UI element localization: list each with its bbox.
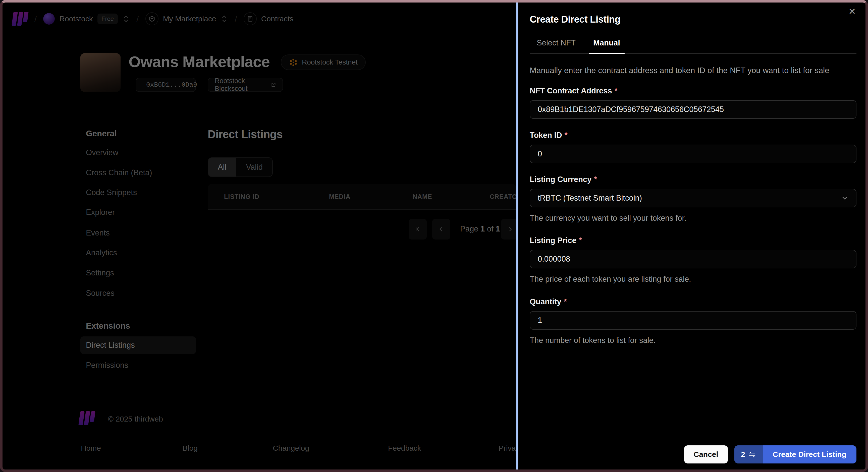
required-asterisk: *: [565, 131, 568, 139]
listing-currency-label: Listing Currency: [530, 175, 591, 184]
listing-currency-select[interactable]: tRBTC (Testnet Smart Bitcoin): [530, 189, 857, 208]
cancel-button[interactable]: Cancel: [684, 445, 728, 464]
transaction-count-button[interactable]: 2: [734, 445, 763, 464]
drawer-footer: Cancel 2 Create Direct Listing: [684, 445, 857, 464]
field-quantity: Quantity*: [530, 297, 857, 330]
tab-manual[interactable]: Manual: [586, 33, 627, 53]
nft-contract-address-label: NFT Contract Address: [530, 86, 612, 95]
chevron-down-icon: [841, 194, 848, 202]
listing-price-label: Listing Price: [530, 236, 577, 245]
close-icon[interactable]: ✕: [848, 7, 856, 16]
drawer-description: Manually enter the contract address and …: [530, 66, 829, 75]
transaction-count: 2: [741, 450, 745, 459]
nft-contract-address-input[interactable]: [530, 100, 857, 119]
required-asterisk: *: [594, 175, 597, 184]
submit-button-group: 2 Create Direct Listing: [734, 445, 857, 464]
token-id-input[interactable]: [530, 145, 857, 163]
quantity-input[interactable]: [530, 311, 857, 329]
field-nft-contract-address: NFT Contract Address*: [530, 86, 857, 119]
app-window: / Rootstock Free / My Marketplace /: [0, 0, 868, 472]
create-direct-listing-drawer: ✕ Create Direct Listing Select NFT Manua…: [516, 2, 866, 470]
quantity-helper: The number of tokens to list for sale.: [530, 336, 655, 345]
swap-arrows-icon: [748, 450, 756, 459]
listing-currency-value: tRBTC (Testnet Smart Bitcoin): [538, 194, 642, 202]
field-token-id: Token ID*: [530, 131, 857, 163]
drawer-title: Create Direct Listing: [530, 14, 620, 25]
listing-price-helper: The price of each token you are listing …: [530, 275, 691, 284]
required-asterisk: *: [579, 236, 582, 245]
drawer-tabs: Select NFT Manual: [530, 33, 857, 54]
create-direct-listing-button[interactable]: Create Direct Listing: [763, 445, 857, 464]
field-listing-currency: Listing Currency* tRBTC (Testnet Smart B…: [530, 175, 857, 208]
field-listing-price: Listing Price*: [530, 236, 857, 269]
listing-currency-helper: The currency you want to sell your token…: [530, 214, 686, 223]
required-asterisk: *: [615, 86, 618, 95]
required-asterisk: *: [564, 297, 567, 306]
tab-select-nft[interactable]: Select NFT: [530, 33, 583, 53]
quantity-label: Quantity: [530, 297, 561, 306]
listing-price-input[interactable]: [530, 250, 857, 269]
token-id-label: Token ID: [530, 131, 562, 139]
